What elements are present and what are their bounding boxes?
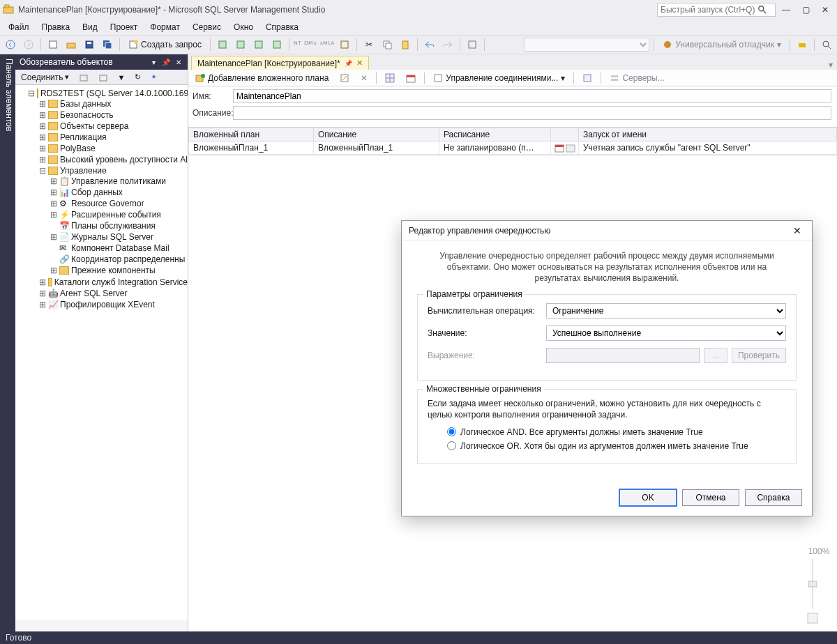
expand-icon[interactable]: ⊞ [39,99,46,109]
tree-item[interactable]: ⊞Безопасность [38,110,188,120]
add-subplan-button[interactable]: Добавление вложенного плана [193,73,331,83]
cut-icon[interactable]: ✂ [361,37,377,52]
edit-subplan-icon[interactable] [337,73,352,83]
menu-format[interactable]: Формат [144,21,186,33]
tree-item[interactable]: ⊞Базы данных [38,99,188,109]
oe-stop-icon[interactable]: ✦ [148,71,160,84]
redo-icon[interactable] [440,37,455,52]
panel-pin-icon[interactable]: 📌 [161,57,171,67]
debugger-button[interactable]: Универсальный отладчик ▾ [658,37,785,52]
cancel-button[interactable]: Отмена [682,489,739,506]
col-schedule[interactable]: Расписание [439,128,551,141]
oe-refresh-icon[interactable]: ↻ [132,71,144,84]
tree-item[interactable]: ⊞Прежние компоненты [49,266,188,275]
menu-window[interactable]: Окно [228,21,259,33]
expand-icon[interactable]: ⊞ [39,300,46,309]
minimize-button[interactable]: — [777,3,795,17]
solution-combo[interactable] [524,38,649,52]
delete-subplan-icon[interactable]: ✕ [358,73,370,83]
zoom-fit-icon[interactable] [806,612,819,624]
ok-button[interactable]: OK [619,489,677,506]
radio-or[interactable] [447,441,456,450]
tree-item[interactable]: 🔗Координатор распределенны [49,254,188,264]
document-tab[interactable]: MaintenancePlan [Конструирование]* 📌 ✕ [191,56,369,70]
tool-icon[interactable] [233,37,248,52]
undo-icon[interactable] [422,37,437,52]
cell-schedule[interactable]: Не запланировано (п… [439,141,551,155]
oe-tool-icon[interactable] [96,71,111,84]
tree-item[interactable]: 📅Планы обслуживания [49,221,188,231]
tool-icon[interactable] [269,37,285,52]
tree-item[interactable]: ⊞📈Профилировщик XEvent [38,300,188,309]
save-all-icon[interactable] [100,37,115,52]
tree-item[interactable]: ⊞📊Сбор данных [49,187,188,197]
collapse-icon[interactable]: ⊟ [28,89,35,98]
expand-icon[interactable]: ⊞ [50,210,57,220]
oe-tool-icon[interactable] [76,71,91,84]
menu-edit[interactable]: Правка [36,21,76,33]
tool-icon[interactable] [251,37,266,52]
manage-connections-button[interactable]: Управление соединениями... ▾ [430,73,568,83]
tab-close-icon[interactable]: ✕ [356,59,363,68]
grid-row[interactable]: ВложенныйПлан_1 ВложенныйПлан_1 Не запла… [188,141,837,155]
dialog-close-button[interactable]: ✕ [790,223,805,238]
tree-item[interactable]: ⊞PolyBase [38,144,188,153]
description-input[interactable] [233,106,831,120]
expand-icon[interactable]: ⊞ [39,144,46,153]
save-icon[interactable] [82,37,97,52]
close-button[interactable]: ✕ [816,3,834,17]
zoom-slider-icon[interactable] [806,556,819,612]
tree-item[interactable]: ⊞Высокий уровень доступности Al [38,155,188,164]
find-icon[interactable] [819,37,834,52]
pin-icon[interactable]: 📌 [345,60,352,67]
tree-item[interactable]: ⊞⚡Расширенные события [49,210,188,220]
paste-icon[interactable] [398,37,413,52]
tree-item[interactable]: ⊞🤖Агент SQL Server [38,289,188,298]
expand-icon[interactable]: ⊞ [39,277,46,287]
col-subplan[interactable]: Вложенный план [188,128,314,141]
grid-icon[interactable] [382,73,398,83]
tool-icon[interactable] [215,37,230,52]
tree-item[interactable]: ⊞Каталоги служб Integration Service [38,277,188,287]
radio-or-row[interactable]: Логическое OR. Хотя бы один из аргументо… [447,441,786,451]
value-select[interactable]: Успешное выполнение [546,325,786,341]
cell-subplan[interactable]: ВложенныйПлан_1 [188,141,314,155]
tool-icon[interactable] [794,37,810,52]
expand-icon[interactable]: ⊞ [39,121,46,131]
open-icon[interactable] [63,37,79,52]
copy-icon[interactable] [379,37,395,52]
expand-icon[interactable]: ⊞ [50,176,57,186]
expand-icon[interactable]: ⊞ [39,110,46,120]
tool-icon[interactable] [337,37,352,52]
oe-h-scrollbar[interactable] [15,620,188,631]
cell-runas[interactable]: Учетная запись службы "агент SQL Server" [579,141,837,155]
tree-item[interactable]: ⊞📋Управление политиками [49,176,188,186]
toolbox-rail[interactable]: Панель элементов [0,54,15,631]
expand-icon[interactable]: ⊞ [39,289,46,298]
remove-schedule-icon[interactable] [566,143,575,153]
tree-item-management[interactable]: ⊟Управление [38,166,188,176]
tool-icon[interactable] [465,37,480,52]
new-query-button[interactable]: Создать запрос [124,37,206,52]
oe-filter-icon[interactable]: ▼ [115,71,128,84]
expand-icon[interactable]: ⊞ [50,232,57,242]
zoom-control[interactable]: 100% [806,546,831,624]
name-input[interactable] [233,89,831,103]
tabs-overflow-icon[interactable]: ▾ [824,60,837,70]
expand-icon[interactable]: ⊞ [50,266,57,275]
connect-button[interactable]: Соединить ▾ [18,71,72,84]
menu-project[interactable]: Проект [105,21,144,33]
radio-and[interactable] [447,427,456,436]
tree-item[interactable]: ⊞📄Журналы SQL Server [49,232,188,242]
menu-view[interactable]: Вид [77,21,103,33]
col-runas[interactable]: Запуск от имени [579,128,837,141]
expand-icon[interactable]: ⊞ [39,155,46,164]
help-button[interactable]: Справка [745,489,802,506]
tree-server-root[interactable]: ⊟ RDS2TEST (SQL Server 14.0.1000.169 - A [27,89,188,98]
nav-back-icon[interactable] [3,37,18,52]
calendar-icon[interactable] [555,143,564,153]
nav-fwd-icon[interactable] [21,37,36,52]
maximize-button[interactable]: ▢ [797,3,815,17]
eval-op-select[interactable]: Ограничение [546,303,786,319]
servers-button[interactable]: Серверы... [607,73,667,83]
